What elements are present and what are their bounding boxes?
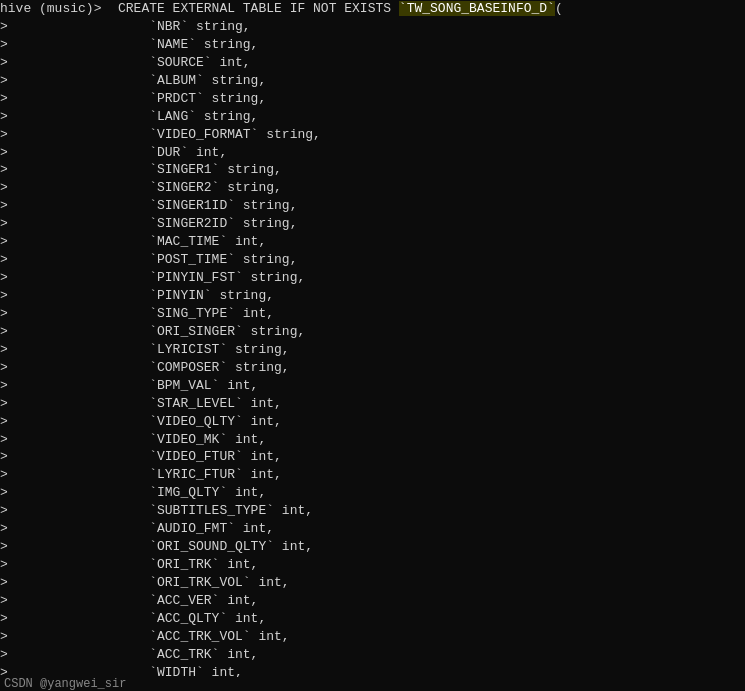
line-code: `NAME` string,: [118, 36, 258, 54]
line-code: `DUR` int,: [118, 144, 227, 162]
terminal-line: > `PINYIN_FST` string,: [0, 269, 745, 287]
terminal-line: > `SINGER2ID` string,: [0, 215, 745, 233]
line-code: `PRDCT` string,: [118, 90, 266, 108]
line-prompt: >: [0, 36, 118, 54]
terminal-line: > `NBR` string,: [0, 18, 745, 36]
terminal-line: > `ORI_SOUND_QLTY` int,: [0, 538, 745, 556]
line-prompt: >: [0, 251, 118, 269]
line-prompt: >: [0, 628, 118, 646]
line-code: `WIDTH` int,: [118, 664, 243, 677]
line-code: `STAR_LEVEL` int,: [118, 395, 282, 413]
line-code: `SOURCE` int,: [118, 54, 251, 72]
line-code: `SINGER1ID` string,: [118, 197, 297, 215]
terminal-line: > `ORI_SINGER` string,: [0, 323, 745, 341]
line-prompt: >: [0, 323, 118, 341]
terminal-line: > `ACC_VER` int,: [0, 592, 745, 610]
terminal-line: > `BPM_VAL` int,: [0, 377, 745, 395]
line-code: `SINGER1` string,: [118, 161, 282, 179]
line-code: `ACC_VER` int,: [118, 592, 258, 610]
line-prompt: >: [0, 646, 118, 664]
terminal-line: > `SINGER1ID` string,: [0, 197, 745, 215]
line-prompt: >: [0, 269, 118, 287]
terminal-line: > `AUDIO_FMT` int,: [0, 520, 745, 538]
terminal-line: > `PRDCT` string,: [0, 90, 745, 108]
terminal-line: > `SINGER2` string,: [0, 179, 745, 197]
terminal-line: > `ALBUM` string,: [0, 72, 745, 90]
line-code: `ACC_QLTY` int,: [118, 610, 266, 628]
csdn-label: CSDN @yangwei_sir: [4, 677, 126, 691]
line-code: `VIDEO_FTUR` int,: [118, 448, 282, 466]
terminal-line: > `SOURCE` int,: [0, 54, 745, 72]
line-code: CREATE EXTERNAL TABLE IF NOT EXISTS `TW_…: [118, 0, 563, 18]
line-code: `COMPOSER` string,: [118, 359, 290, 377]
line-prompt: hive (music)>: [0, 0, 118, 18]
terminal-content: hive (music)>CREATE EXTERNAL TABLE IF NO…: [0, 0, 745, 677]
line-prompt: >: [0, 484, 118, 502]
line-code: `ORI_SOUND_QLTY` int,: [118, 538, 313, 556]
line-code: `ORI_SINGER` string,: [118, 323, 305, 341]
terminal-line: > `NAME` string,: [0, 36, 745, 54]
terminal-line: > `IMG_QLTY` int,: [0, 484, 745, 502]
terminal-line: > `POST_TIME` string,: [0, 251, 745, 269]
terminal-footer: CSDN @yangwei_sir: [0, 677, 745, 691]
line-code: `NBR` string,: [118, 18, 251, 36]
line-prompt: >: [0, 233, 118, 251]
line-code: `LANG` string,: [118, 108, 258, 126]
line-code: `LYRIC_FTUR` int,: [118, 466, 282, 484]
line-prompt: >: [0, 126, 118, 144]
terminal-line: > `SINGER1` string,: [0, 161, 745, 179]
terminal-line: > `SUBTITLES_TYPE` int,: [0, 502, 745, 520]
terminal-line: > `VIDEO_QLTY` int,: [0, 413, 745, 431]
line-prompt: >: [0, 520, 118, 538]
line-code: `ORI_TRK_VOL` int,: [118, 574, 290, 592]
line-code: `LYRICIST` string,: [118, 341, 290, 359]
line-code: `VIDEO_QLTY` int,: [118, 413, 282, 431]
terminal-line: > `WIDTH` int,: [0, 664, 745, 677]
line-prompt: >: [0, 144, 118, 162]
line-code: `IMG_QLTY` int,: [118, 484, 266, 502]
line-prompt: >: [0, 413, 118, 431]
line-prompt: >: [0, 431, 118, 449]
line-prompt: >: [0, 72, 118, 90]
terminal-line: > `ACC_TRK` int,: [0, 646, 745, 664]
line-prompt: >: [0, 341, 118, 359]
terminal-window: hive (music)>CREATE EXTERNAL TABLE IF NO…: [0, 0, 745, 691]
line-prompt: >: [0, 179, 118, 197]
line-prompt: >: [0, 395, 118, 413]
line-code: `VIDEO_MK` int,: [118, 431, 266, 449]
line-prompt: >: [0, 664, 118, 677]
terminal-line: > `VIDEO_MK` int,: [0, 431, 745, 449]
line-code: `SING_TYPE` int,: [118, 305, 274, 323]
line-prompt: >: [0, 108, 118, 126]
line-prompt: >: [0, 466, 118, 484]
terminal-line: > `VIDEO_FORMAT` string,: [0, 126, 745, 144]
line-prompt: >: [0, 18, 118, 36]
line-prompt: >: [0, 287, 118, 305]
line-prompt: >: [0, 448, 118, 466]
terminal-line: > `SING_TYPE` int,: [0, 305, 745, 323]
line-prompt: >: [0, 161, 118, 179]
terminal-line: > `LANG` string,: [0, 108, 745, 126]
line-prompt: >: [0, 215, 118, 233]
terminal-line: > `STAR_LEVEL` int,: [0, 395, 745, 413]
terminal-line: > `ACC_TRK_VOL` int,: [0, 628, 745, 646]
line-code: `SUBTITLES_TYPE` int,: [118, 502, 313, 520]
line-prompt: >: [0, 90, 118, 108]
terminal-line: > `COMPOSER` string,: [0, 359, 745, 377]
line-prompt: >: [0, 377, 118, 395]
line-code: `ORI_TRK` int,: [118, 556, 258, 574]
line-code: `PINYIN` string,: [118, 287, 274, 305]
line-code: `ACC_TRK_VOL` int,: [118, 628, 290, 646]
terminal-line: > `DUR` int,: [0, 144, 745, 162]
line-code: `PINYIN_FST` string,: [118, 269, 305, 287]
line-prompt: >: [0, 305, 118, 323]
line-code: `BPM_VAL` int,: [118, 377, 258, 395]
terminal-line: > `ACC_QLTY` int,: [0, 610, 745, 628]
line-prompt: >: [0, 610, 118, 628]
terminal-line: > `MAC_TIME` int,: [0, 233, 745, 251]
terminal-line: > `LYRIC_FTUR` int,: [0, 466, 745, 484]
line-code: `ALBUM` string,: [118, 72, 266, 90]
terminal-line: > `PINYIN` string,: [0, 287, 745, 305]
line-prompt: >: [0, 592, 118, 610]
line-prompt: >: [0, 54, 118, 72]
